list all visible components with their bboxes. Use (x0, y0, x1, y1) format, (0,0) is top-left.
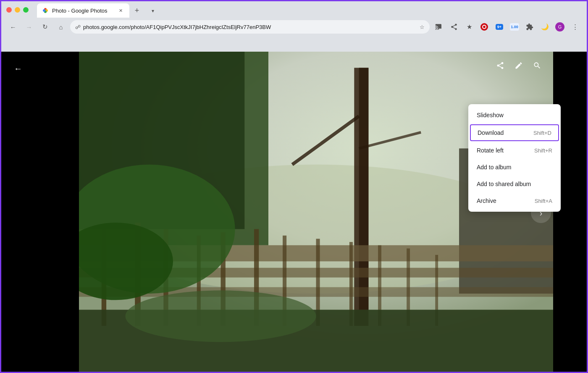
context-menu: Slideshow Download Shift+D Rotate left S… (468, 104, 561, 212)
cast-icon[interactable] (432, 20, 446, 34)
extension-badge-icon[interactable]: 9+ (493, 20, 506, 34)
edit-photo-button[interactable] (511, 58, 526, 73)
forward-button[interactable]: → (22, 20, 36, 34)
share-photo-button[interactable] (493, 58, 508, 73)
moon-icon[interactable]: 🌙 (538, 20, 551, 34)
tab-title: Photo - Google Photos (52, 8, 113, 14)
tab-close-button[interactable]: ✕ (117, 7, 124, 14)
toolbar-icons: ★ 9+ 1.00 🌙 G ⋮ (432, 20, 582, 34)
menu-item-archive[interactable]: Archive Shift+A (468, 192, 561, 209)
reload-button[interactable]: ↻ (38, 20, 52, 34)
menu-item-add-to-album[interactable]: Add to album (468, 159, 561, 176)
menu-item-rotate-left[interactable]: Rotate left Shift+R (468, 142, 561, 159)
chrome-menu-icon[interactable]: ⋮ (568, 20, 582, 34)
opera-icon[interactable] (478, 20, 491, 34)
menu-item-download[interactable]: Download Shift+D (470, 124, 559, 141)
photo-image (79, 52, 553, 373)
back-to-photos-button[interactable]: ← (10, 60, 26, 77)
photo-viewer: ← › Slideshow Download Shift+D Rotate le… (1, 52, 587, 373)
right-black-bar (553, 52, 587, 373)
svg-point-32 (126, 290, 316, 342)
chrome-menu-button[interactable]: ▾ (146, 4, 160, 18)
maximize-window-button[interactable] (23, 7, 29, 13)
browser-star-icon[interactable]: ★ (462, 20, 476, 34)
left-black-bar (1, 52, 79, 373)
profile-icon[interactable]: G (553, 20, 567, 34)
extension-icon-2[interactable]: 1.00 (508, 20, 521, 34)
window-controls (6, 7, 29, 13)
security-icon: ☍ (75, 24, 81, 30)
tab-bar: Photo - Google Photos ✕ + ▾ (32, 2, 165, 18)
extensions-icon[interactable] (523, 20, 536, 34)
menu-item-add-to-shared-album[interactable]: Add to shared album (468, 176, 561, 192)
new-tab-button[interactable]: + (131, 5, 143, 16)
active-tab[interactable]: Photo - Google Photos ✕ (37, 3, 129, 18)
tab-favicon (42, 7, 49, 14)
home-button[interactable]: ⌂ (54, 20, 68, 34)
close-window-button[interactable] (6, 7, 12, 13)
zoom-photo-button[interactable] (530, 58, 545, 73)
svg-point-3 (43, 9, 45, 12)
share-icon[interactable] (447, 20, 461, 34)
title-bar: Photo - Google Photos ✕ + ▾ (1, 1, 587, 18)
viewer-toolbar (493, 58, 545, 73)
address-bar[interactable]: ☍ photos.google.com/photo/AF1QipPVJscXtk… (70, 20, 430, 34)
navigation-toolbar: ← → ↻ ⌂ ☍ photos.google.com/photo/AF1Qip… (1, 18, 587, 36)
url-text: photos.google.com/photo/AF1QipPVJscXtkJI… (83, 24, 417, 30)
minimize-window-button[interactable] (15, 7, 20, 13)
back-button[interactable]: ← (6, 20, 20, 34)
menu-item-slideshow[interactable]: Slideshow (468, 107, 561, 123)
browser-chrome: Photo - Google Photos ✕ + ▾ ← → ↻ ⌂ ☍ ph… (1, 1, 587, 52)
bookmark-icon[interactable]: ☆ (420, 24, 425, 30)
